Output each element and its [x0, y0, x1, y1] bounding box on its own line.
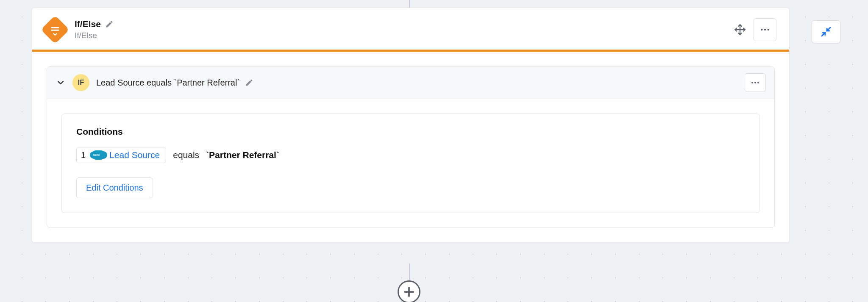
condition-operator: equals: [173, 150, 199, 160]
collapse-panel-button[interactable]: [812, 20, 840, 43]
svg-point-4: [761, 29, 762, 30]
svg-point-5: [764, 29, 766, 30]
if-branch-box: IF Lead Source equals `Partner Referral`…: [47, 66, 775, 228]
branch-title-text: Lead Source equals `Partner Referral`: [96, 78, 240, 88]
if-badge: IF: [72, 74, 89, 91]
if-branch-header: IF Lead Source equals `Partner Referral`: [47, 66, 774, 99]
salesforce-icon: salesforce: [92, 150, 105, 160]
connector-line-top: [409, 0, 410, 8]
svg-point-8: [754, 82, 756, 83]
step-more-menu-button[interactable]: [754, 18, 776, 41]
step-header-actions: [734, 18, 776, 41]
conditions-heading: Conditions: [76, 127, 745, 137]
svg-point-7: [751, 82, 753, 83]
edit-step-title-icon[interactable]: [105, 20, 114, 28]
edit-branch-title-icon[interactable]: [245, 78, 253, 87]
step-header-titles: If/Else If/Else: [75, 19, 734, 40]
edit-conditions-label: Edit Conditions: [86, 183, 143, 193]
condition-row: 1 salesforce Lead Source equals `Partner…: [76, 147, 745, 163]
branch-more-menu-button[interactable]: [745, 73, 766, 92]
step-body: IF Lead Source equals `Partner Referral`…: [32, 52, 789, 242]
step-title: If/Else: [75, 19, 101, 29]
step-subtitle: If/Else: [75, 31, 734, 40]
condition-field-name: Lead Source: [109, 150, 160, 160]
svg-point-6: [767, 29, 769, 30]
conditions-box: Conditions 1 salesforce Lead Source equa…: [61, 114, 760, 213]
edit-conditions-button[interactable]: Edit Conditions: [76, 177, 153, 198]
collapse-branch-icon[interactable]: [56, 78, 66, 88]
add-step-button[interactable]: [398, 280, 420, 302]
step-header: If/Else If/Else: [32, 8, 789, 50]
condition-index: 1: [81, 150, 86, 160]
condition-field-pill[interactable]: 1 salesforce Lead Source: [76, 147, 166, 163]
branch-body: Conditions 1 salesforce Lead Source equa…: [47, 99, 774, 227]
move-step-icon[interactable]: [734, 24, 746, 36]
svg-point-9: [757, 82, 759, 83]
if-else-step-card: If/Else If/Else: [32, 8, 790, 243]
if-else-icon: [41, 15, 70, 44]
condition-value: `Partner Referral`: [206, 150, 279, 160]
